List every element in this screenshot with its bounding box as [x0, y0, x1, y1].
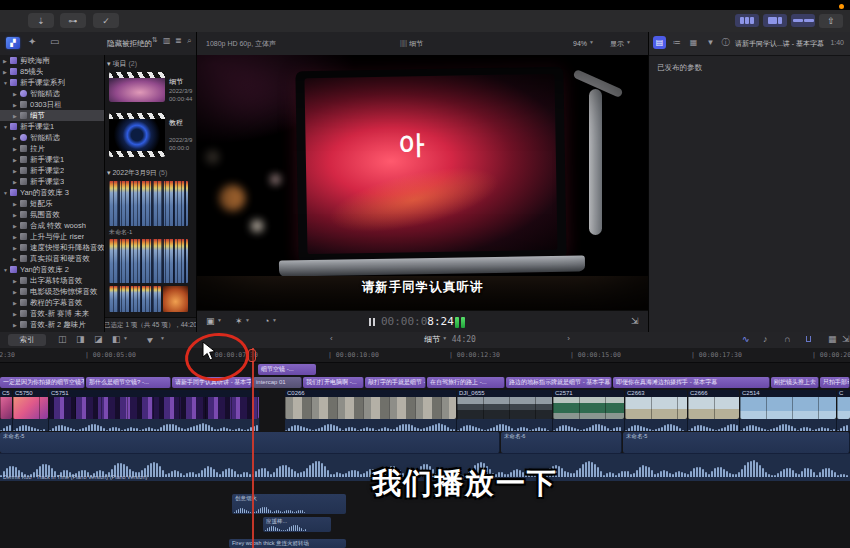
timeline-clip-video[interactable]: C5750 — [13, 390, 48, 419]
disclosure-icon[interactable]: ▶ — [13, 212, 20, 218]
disclosure-icon[interactable]: ▼ — [3, 267, 10, 273]
viewer-zoom-dropdown[interactable]: 94% ▼ — [573, 39, 594, 47]
audio-skimming-icon[interactable]: ♪ — [763, 334, 768, 344]
timeline-clip-audio-segment[interactable] — [740, 419, 837, 431]
sidebar-item[interactable]: ▶短配乐 — [0, 198, 104, 209]
disclosure-icon[interactable]: ▶ — [13, 168, 20, 174]
video-clip-thumbnail[interactable] — [163, 286, 188, 312]
sidebar-item[interactable]: ▶新手课堂1 — [0, 154, 104, 165]
video-inspector-icon[interactable]: ▦ — [687, 36, 700, 49]
disclosure-icon[interactable]: ▶ — [13, 113, 20, 119]
clip-filter-dropdown[interactable]: 隐藏被拒绝的 — [107, 39, 152, 49]
index-button[interactable]: 索引 — [8, 334, 46, 346]
search-icon[interactable]: ⌕ — [187, 36, 191, 46]
workspace-browser-button[interactable] — [735, 14, 759, 27]
skimming-icon[interactable]: ∿ — [742, 334, 750, 344]
project-thumbnail[interactable] — [109, 72, 165, 102]
timeline-project-dropdown[interactable]: 细节 — [424, 335, 440, 344]
sidebar-item[interactable]: ▶真实拟音和硬音效 — [0, 253, 104, 264]
sidebar-item[interactable]: ▶合成 特效 woosh — [0, 220, 104, 231]
timeline-clip-audio[interactable]: 未命名-5 — [623, 432, 850, 453]
filmstrip-view-icon[interactable]: ▥ — [163, 36, 171, 45]
workspace-organize-button[interactable] — [791, 14, 815, 27]
tool-dropdown-carat[interactable]: ▼ — [160, 334, 165, 344]
disclosure-icon[interactable]: ▶ — [13, 91, 20, 97]
history-back-button[interactable]: ‹ — [330, 334, 333, 345]
timeline-ruler[interactable]: | 00:00:02:30| 00:00:05:00| 00:00:07:30|… — [0, 348, 850, 363]
sidebar-item[interactable]: ▶拉片 — [0, 143, 104, 154]
timeline-clip-video[interactable]: C2666 — [688, 390, 739, 419]
timeline-clip-title[interactable]: 即便你在真海滩边拍摄挥手 - 基本字幕 — [613, 377, 770, 388]
sidebar-item[interactable]: ▶出字幕转场音效 — [0, 275, 104, 286]
disclosure-icon[interactable]: ▶ — [13, 223, 20, 229]
libraries-icon[interactable]: ▞ — [6, 37, 20, 49]
title-inspector-icon[interactable]: ▤ — [653, 36, 666, 49]
timeline-clip-audio-segment[interactable] — [457, 419, 553, 431]
disclosure-icon[interactable]: ▶ — [13, 146, 20, 152]
sidebar-item[interactable]: ▶上升与停止 riser — [0, 231, 104, 242]
playhead-pin[interactable] — [248, 349, 256, 362]
timeline-clip-title[interactable]: 我们打开电脑啊 -... — [303, 377, 364, 388]
sidebar-item[interactable]: ▶智能精选 — [0, 88, 104, 99]
snapping-icon[interactable]: ⊓ — [805, 334, 812, 344]
viewer-fullscreen-button[interactable]: ⇲ — [631, 316, 639, 326]
disclosure-icon[interactable]: ▶ — [13, 157, 20, 163]
info-inspector-icon[interactable]: ⓘ — [719, 36, 732, 49]
timeline-clip-audio-segment[interactable] — [625, 419, 688, 431]
stepper-icon[interactable]: ⇅ — [152, 36, 158, 44]
crop-tool-dropdown[interactable]: ▣ ▼ — [206, 316, 222, 326]
overwrite-clip-icon[interactable]: ◧ ▼ — [112, 334, 128, 344]
timeline-clip-audio-segment[interactable] — [837, 419, 850, 431]
disclosure-icon[interactable]: ▶ — [13, 102, 20, 108]
disclosure-icon[interactable]: ▶ — [13, 256, 20, 262]
audio-clip-thumbnail[interactable] — [109, 181, 188, 226]
timeline-clip-title[interactable]: 路边的地标指示牌就是细节 - 基本字幕 — [506, 377, 612, 388]
sidebar-item[interactable]: ▶音效-新 2 趣味片 — [0, 319, 104, 330]
timeline-clip-audio-segment[interactable] — [0, 419, 13, 431]
clip-appearance-icon[interactable]: ▦ — [828, 334, 837, 344]
tool-arrow-icon[interactable]: ► — [144, 332, 157, 345]
sidebar-item[interactable]: ▶剪映海南 — [0, 55, 104, 66]
timeline-clip-title[interactable]: 刚把镜头推上去 -... — [771, 377, 819, 388]
project-thumbnail[interactable] — [109, 113, 165, 157]
timeline-clip-video[interactable]: C5751 — [49, 390, 259, 419]
divider[interactable] — [104, 55, 105, 332]
viewer-canvas[interactable]: 아 请新手同学认真听讲 — [197, 55, 648, 310]
connect-clip-icon[interactable]: ◫ — [58, 334, 67, 344]
sidebar-item[interactable]: ▶85镜头 — [0, 66, 104, 77]
sidebar-item[interactable]: ▼新手课堂1 — [0, 121, 104, 132]
sidebar-item[interactable]: ▶音效-新 赛博 未来 — [0, 308, 104, 319]
timeline-clip-title[interactable]: 一定是因为你拍摄的细节空镜不够多 - 基本字幕 — [0, 377, 85, 388]
timeline-clip-audio[interactable]: 未命名-5 — [0, 432, 500, 453]
share-button[interactable]: ⇧ — [819, 14, 843, 28]
disclosure-icon[interactable]: ▼ — [3, 190, 10, 196]
timeline-clip-video[interactable]: C5 — [0, 390, 12, 419]
sidebar-item[interactable]: ▼新手课堂系列 — [0, 77, 104, 88]
disclosure-icon[interactable]: ▼ — [3, 80, 10, 86]
playhead[interactable] — [252, 348, 254, 548]
keying-button[interactable]: ⊶ — [60, 13, 86, 28]
import-button[interactable]: ⇣ — [28, 13, 54, 28]
timeline-clip-video[interactable]: C0266 — [285, 390, 456, 419]
disclosure-icon[interactable]: ▶ — [13, 322, 20, 328]
retime-dropdown[interactable]: ◔ ▼ — [264, 316, 277, 326]
audio-inspector-icon[interactable]: ▼ — [704, 36, 717, 49]
timeline-clip-video[interactable]: C2514 — [740, 390, 836, 419]
insert-clip-icon[interactable]: ◨ — [76, 334, 85, 344]
disclosure-icon[interactable]: ▶ — [13, 201, 20, 207]
timeline-clip-connected-audio[interactable]: Firey woosh thick 意连火箭转场 — [229, 539, 346, 548]
sidebar-item[interactable]: ▶教程的字幕音效 — [0, 297, 104, 308]
disclosure-icon[interactable]: ▶ — [3, 58, 10, 64]
disclosure-icon[interactable]: ▶ — [13, 311, 20, 317]
timeline-clip-video[interactable]: C — [837, 390, 850, 419]
disclosure-icon[interactable]: ▶ — [13, 245, 20, 251]
timeline-clip-title[interactable]: 敲打字的手就是细节 - 基本字幕 — [365, 377, 426, 388]
solo-icon[interactable]: ∩ — [784, 334, 790, 344]
timeline-clip-connected-audio[interactable]: 应援棒... — [263, 517, 331, 532]
timeline-clip-connected-title[interactable]: 细节空镜 -... — [258, 364, 316, 375]
timeline-clip-title[interactable]: 只拍手部动作 -... — [820, 377, 850, 388]
timeline-clip-title[interactable]: intercap 01 — [253, 377, 302, 388]
timeline-clip-title[interactable]: 在自驾旅行的路上 -... — [427, 377, 505, 388]
disclosure-icon[interactable]: ▶ — [3, 69, 10, 75]
audio-clip-thumbnail[interactable] — [109, 239, 188, 283]
